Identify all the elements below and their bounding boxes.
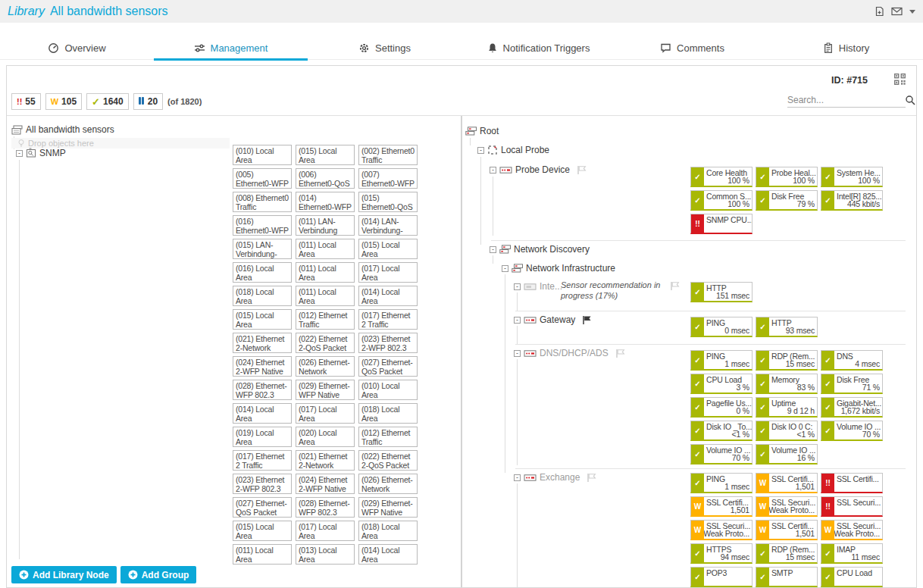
sensor-tile[interactable]: WSSL Certifi...1,501: [756, 520, 818, 540]
library-sensor-tile[interactable]: (014) Ethernet0-WFP Native: [296, 192, 355, 212]
library-sensor-tile[interactable]: (002) Ethernet0 Traffic: [358, 145, 418, 165]
tree-node-label[interactable]: Root: [480, 126, 499, 136]
tab-overview[interactable]: Overview: [0, 36, 154, 59]
tab-notification-triggers[interactable]: Notification Triggers: [462, 36, 615, 59]
sensor-tile[interactable]: ✓SMTP: [756, 567, 818, 587]
sensor-tile[interactable]: !!SSL Certifi...: [821, 473, 883, 493]
library-sensor-tile[interactable]: (014) Local Area: [358, 286, 418, 306]
library-sensor-tile[interactable]: (019) Local Area: [233, 427, 292, 447]
qr-code-icon[interactable]: [894, 74, 906, 88]
flag-outline-icon[interactable]: [615, 349, 626, 358]
flag-outline-icon[interactable]: [670, 281, 681, 291]
library-sensor-tile[interactable]: (017) Ethernet 2 Traffic: [358, 309, 418, 330]
library-sensor-tile[interactable]: (006) Ethernet0-QoS Packet: [296, 168, 355, 189]
library-sensor-tile[interactable]: (015) Local Area: [358, 239, 418, 259]
tree-node-label[interactable]: Local Probe: [501, 145, 549, 155]
library-sensor-tile[interactable]: (026) Ethernet-Network: [296, 356, 355, 377]
page-add-icon[interactable]: [875, 6, 884, 17]
tree-node-label[interactable]: Gateway: [540, 314, 575, 325]
tree-node-network-discovery[interactable]: -Network Discovery: [462, 243, 907, 255]
sensor-tile[interactable]: ✓Uptime9 d 12 h: [756, 397, 818, 418]
library-sensor-tile[interactable]: (010) Local Area: [233, 145, 292, 165]
library-sensor-tile[interactable]: (024) Ethernet 2-WFP Native: [233, 356, 292, 377]
tree-node-local-probe[interactable]: -Local Probe: [462, 144, 907, 156]
sensor-tile[interactable]: ✓Disk Free71 %: [821, 374, 883, 394]
library-sensor-tile[interactable]: (021) Ethernet 2-Network: [296, 450, 355, 471]
library-sensor-tile[interactable]: (020) Local Area: [296, 427, 355, 447]
library-sensor-tile[interactable]: (012) Ethernet Traffic: [296, 309, 355, 330]
sensor-tile[interactable]: ✓HTTP151 msec: [690, 282, 752, 302]
sensor-tile[interactable]: ✓Gigabit-Net...1,672 kbit/s: [821, 397, 883, 418]
library-sensor-tile[interactable]: (013) Local Area: [296, 544, 355, 565]
sensor-tile[interactable]: ✓Disk IO 0 C:<1 %: [756, 421, 818, 441]
tree-node-label[interactable]: Inte...: [540, 281, 562, 292]
library-sensor-tile[interactable]: (023) Ethernet 2-WFP 802.3: [358, 333, 418, 353]
collapse-toggle[interactable]: -: [16, 150, 23, 157]
dropdown-caret-icon[interactable]: [909, 10, 915, 14]
library-sensor-tile[interactable]: (017) Local Area: [296, 403, 355, 424]
sensor-tile[interactable]: ✓CPU Load3 %: [690, 374, 752, 394]
collapse-toggle[interactable]: -: [502, 265, 508, 272]
status-warning-badge[interactable]: W105: [45, 93, 82, 110]
library-sensor-tile[interactable]: (022) Ethernet 2-QoS Packet: [358, 450, 418, 471]
sensor-tile[interactable]: ✓DNS4 msec: [821, 350, 883, 371]
flag-outline-icon[interactable]: [577, 165, 587, 175]
collapse-toggle[interactable]: -: [490, 167, 496, 174]
library-sensor-tile[interactable]: (011) Local Area: [233, 544, 292, 565]
library-sensor-tile[interactable]: (018) Local Area: [358, 403, 418, 424]
status-down-badge[interactable]: !!55: [11, 93, 41, 110]
library-sensor-tile[interactable]: (023) Ethernet 2-WFP 802.3: [233, 474, 292, 494]
library-sensor-tile[interactable]: (010) Local Area: [358, 380, 418, 400]
tree-node-label[interactable]: DNS/DHCP/ADS: [540, 348, 609, 358]
sensor-tile[interactable]: ✓Intel[R] 825...445 kbit/s: [821, 190, 883, 211]
library-sensor-tile[interactable]: (022) Ethernet 2-QoS Packet: [296, 333, 355, 353]
sensor-tile[interactable]: WSSL Securi...Weak Proto...: [690, 520, 752, 540]
sensor-tile[interactable]: ✓Memory83 %: [756, 374, 818, 394]
drop-target[interactable]: Drop objects here: [11, 138, 230, 149]
library-sensor-tile[interactable]: (011) LAN-Verbindung: [296, 215, 355, 236]
sensor-tile[interactable]: ✓Core Health100 %: [690, 167, 752, 187]
library-sensor-tile[interactable]: (005) Ethernet0-WFP Native: [233, 168, 292, 189]
tree-node-label[interactable]: Exchange: [540, 472, 580, 483]
sensor-tile[interactable]: ✓POP3: [690, 567, 752, 587]
sensor-tile[interactable]: ✓PING1 msec: [690, 473, 752, 493]
tab-history[interactable]: History: [769, 36, 923, 59]
library-sensor-tile[interactable]: (008) Ethernet0 Traffic: [233, 192, 292, 212]
add-library-node-button[interactable]: Add Library Node: [11, 566, 117, 583]
library-sensor-tile[interactable]: (029) Ethernet-WFP Native: [358, 497, 418, 518]
library-sensor-tile[interactable]: (028) Ethernet-WFP 802.3: [233, 380, 292, 400]
collapse-toggle[interactable]: -: [514, 350, 521, 357]
sensor-tile[interactable]: WSSL Certifi...1,501: [756, 473, 818, 493]
search-icon[interactable]: [905, 95, 915, 105]
sensor-tile[interactable]: ✓Volume IO ...70 %: [821, 421, 883, 441]
collapse-toggle[interactable]: -: [514, 317, 521, 324]
tree-node-label[interactable]: Probe Device: [515, 164, 570, 175]
library-sensor-tile[interactable]: (014) Local Area: [358, 544, 418, 565]
sensor-tile[interactable]: !!SNMP CPU...: [690, 214, 752, 234]
sensor-tile[interactable]: WSSL Securi...Weak Proto...: [756, 496, 818, 517]
sensor-tile[interactable]: ✓HTTPS94 msec: [690, 543, 752, 564]
library-sensor-tile[interactable]: (011) Local Area: [296, 262, 355, 283]
library-sensor-tile[interactable]: (027) Ethernet-QoS Packet: [358, 356, 418, 377]
search-input[interactable]: [787, 93, 905, 107]
add-group-button[interactable]: Add Group: [120, 566, 197, 583]
sensor-tile[interactable]: ✓RDP (Rem...15 msec: [756, 350, 818, 371]
email-icon[interactable]: [891, 7, 903, 16]
library-sensor-tile[interactable]: (007) Ethernet0-WFP 802.3: [358, 168, 418, 189]
collapse-toggle[interactable]: -: [490, 246, 496, 253]
sensor-tile[interactable]: ✓CPU Load: [821, 567, 883, 587]
sensor-tile[interactable]: ✓RDP (Rem...15 msec: [756, 543, 818, 564]
sensor-tile[interactable]: ✓HTTP93 msec: [756, 317, 818, 337]
library-sensor-tile[interactable]: (017) Local Area: [358, 262, 418, 283]
tab-management[interactable]: Management: [154, 36, 308, 59]
library-sensor-tile[interactable]: (011) Local Area: [296, 239, 355, 259]
library-sensor-tile[interactable]: (016) Ethernet0-WFP 802.3: [233, 215, 292, 236]
status-up-badge[interactable]: ✓1640: [86, 93, 129, 110]
library-sensor-tile[interactable]: (018) Local Area: [358, 521, 418, 541]
library-node-snmp[interactable]: - SNMP: [16, 148, 66, 158]
library-sensor-tile[interactable]: (027) Ethernet-QoS Packet: [233, 497, 292, 518]
tree-node-root[interactable]: Root: [462, 125, 907, 137]
library-sensor-tile[interactable]: (017) Local Area: [296, 521, 355, 541]
library-sensor-tile[interactable]: (015) Local Area: [296, 145, 355, 165]
sensor-tile[interactable]: !!SSL Securi...: [821, 496, 883, 517]
